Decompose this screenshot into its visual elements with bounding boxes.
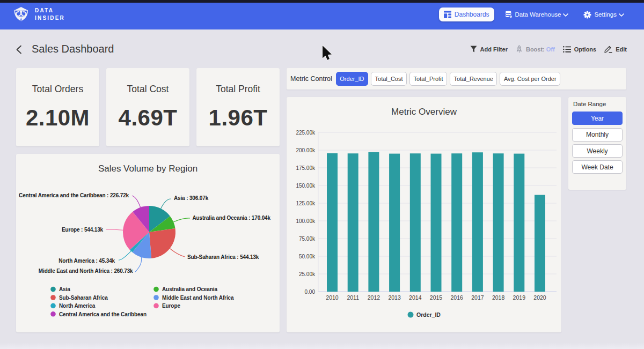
topnav: Dashboards Data Warehouse [439, 3, 624, 26]
metric-control-bar: Metric Control Order_ID Total_Cost Total… [287, 68, 626, 90]
kpi-card-total-profit: Total Profit 1.96T [196, 68, 280, 146]
kpi-value: 1.96T [209, 105, 268, 131]
pie-callout-line [132, 196, 141, 207]
chevron-down-icon [619, 13, 624, 17]
bar-chart: 0.0025.00k50.00k75.00k100.00k125.00k150.… [287, 97, 561, 332]
bottom-fade [0, 343, 644, 349]
gear-icon [583, 11, 591, 19]
app: DATA INSIDER Dashboards [0, 0, 644, 349]
pie-legend-label[interactable]: Central America and the Caribbean [59, 311, 147, 317]
bar-2018[interactable] [493, 153, 504, 292]
brand-name: DATA INSIDER [35, 8, 65, 21]
boost-toggle[interactable]: Boost:Off [516, 45, 555, 53]
y-tick-label: 100.00k [296, 218, 316, 224]
pie-legend-label[interactable]: Sub-Saharan Africa [59, 295, 108, 301]
rocket-icon [516, 45, 523, 53]
bar-2020[interactable] [535, 195, 545, 292]
bar-2015[interactable] [431, 154, 442, 292]
dashboards-button[interactable]: Dashboards [439, 8, 494, 21]
options-button[interactable]: Options [563, 46, 597, 53]
database-icon [505, 11, 513, 18]
y-tick-label: 50.00k [299, 254, 316, 259]
x-tick-label: 2012 [368, 294, 380, 301]
pie-slice-label: Asia : 306.07k [174, 195, 209, 201]
filter-funnel-icon [470, 46, 477, 53]
bar-2017[interactable] [472, 152, 483, 292]
bar-2013[interactable] [389, 154, 400, 292]
pie-legend-label[interactable]: Australia and Oceania [162, 286, 217, 292]
y-tick-label: 25.00k [299, 271, 316, 277]
y-tick-label: 125.00k [296, 201, 316, 206]
pie-slice-sub-saharan-africa[interactable] [149, 228, 175, 258]
topbar: DATA INSIDER Dashboards [0, 3, 644, 29]
x-tick-label: 2019 [513, 294, 526, 301]
options-list-icon [563, 46, 571, 53]
brand-line1: DATA [35, 8, 65, 13]
metric-button-avg-cost-per-order[interactable]: Avg. Cost per Order [500, 72, 560, 86]
add-filter-label: Add Filter [480, 46, 508, 53]
brand-line2: INSIDER [35, 16, 65, 21]
pie-slice-label: North America : 45.34k [58, 258, 115, 264]
x-tick-label: 2011 [347, 294, 359, 301]
pie-callout-line [135, 257, 142, 272]
x-tick-label: 2010 [326, 294, 339, 301]
pie-slice-label: Europe : 544.13k [62, 227, 104, 233]
date-range-year-button[interactable]: Year [572, 112, 623, 125]
edit-button[interactable]: Edit [604, 45, 627, 53]
y-tick-label: 75.00k [299, 236, 316, 242]
bar-2012[interactable] [368, 152, 379, 292]
pie-callout-line [173, 218, 190, 222]
dashboards-label: Dashboards [455, 11, 489, 18]
pie-legend-label[interactable]: Asia [59, 286, 70, 292]
page-title: Sales Dashboard [32, 43, 114, 55]
pie-legend-dot [50, 295, 56, 300]
nav-settings[interactable]: Settings [583, 11, 624, 19]
y-tick-label: 225.00k [296, 130, 316, 136]
pie-legend-dot [153, 303, 159, 309]
pie-legend-dot [50, 303, 56, 309]
nav-data-warehouse[interactable]: Data Warehouse [505, 11, 569, 18]
bar-2010[interactable] [327, 153, 338, 292]
data-warehouse-label: Data Warehouse [515, 11, 561, 18]
brand: DATA INSIDER [13, 6, 65, 23]
metric-button-total-profit[interactable]: Total_Profit [409, 72, 447, 86]
date-range-weekly-button[interactable]: Weekly [572, 144, 623, 158]
pie-chart: Asia : 306.07kAustralia and Oceania : 17… [16, 154, 280, 332]
pie-legend-label[interactable]: Middle East and North Africa [162, 295, 234, 301]
x-tick-label: 2020 [533, 294, 546, 301]
pie-chart-card: Sales Volume by Region Asia : 306.07kAus… [16, 154, 280, 332]
pie-callout-line [161, 199, 171, 209]
date-range-week-date-button[interactable]: Week Date [572, 160, 623, 174]
kpi-value: 2.10M [26, 105, 90, 131]
metric-button-total-cost[interactable]: Total_Cost [371, 72, 407, 86]
back-button[interactable] [16, 45, 22, 54]
kpi-label: Total Profit [216, 84, 260, 95]
x-tick-label: 2015 [430, 294, 443, 301]
boost-label: Boost: [526, 46, 545, 53]
pie-legend-label[interactable]: Europe [162, 303, 180, 309]
owl-logo-icon [13, 6, 30, 23]
metric-button-order-id[interactable]: Order_ID [336, 72, 368, 86]
bar-2014[interactable] [410, 153, 421, 292]
bar-legend-dot [408, 312, 414, 318]
metric-button-total-revenue[interactable]: Total_Revenue [450, 72, 497, 86]
bar-2019[interactable] [514, 154, 524, 292]
bar-2011[interactable] [348, 153, 358, 292]
edit-label: Edit [616, 46, 627, 53]
y-tick-label: 175.00k [296, 165, 316, 171]
date-range-monthly-button[interactable]: Monthly [572, 128, 623, 142]
pie-legend-label[interactable]: North America [59, 303, 96, 309]
pie-slice-label: Central America and the Caribbean : 226.… [19, 192, 129, 198]
pie-legend-dot [50, 311, 56, 317]
pie-legend-dot [50, 287, 56, 292]
options-label: Options [574, 46, 597, 53]
x-tick-label: 2016 [451, 294, 464, 301]
bar-legend-label[interactable]: Order_ID [416, 311, 441, 318]
pie-callout-line [170, 248, 185, 256]
mouse-cursor [321, 45, 333, 62]
bar-chart-card: Metric Overview 0.0025.00k50.00k75.00k10… [287, 97, 561, 332]
add-filter-button[interactable]: Add Filter [470, 46, 508, 53]
bar-2016[interactable] [451, 153, 462, 292]
header-actions: Add Filter Boost:Off Options [470, 45, 627, 53]
x-tick-label: 2017 [471, 294, 484, 301]
